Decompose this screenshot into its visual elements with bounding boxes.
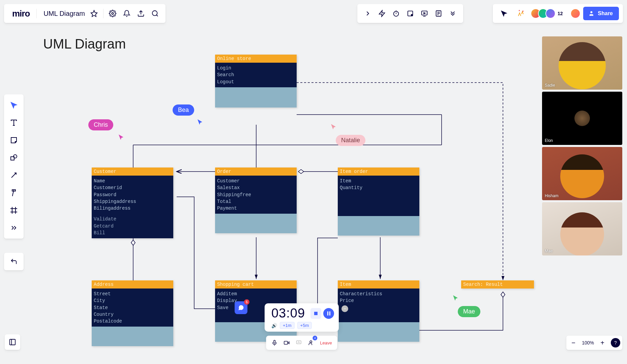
chevron-right-icon[interactable] <box>361 6 375 21</box>
reactions-icon[interactable] <box>514 6 528 21</box>
board-title[interactable]: UML Diagram <box>39 10 87 18</box>
chat-button[interactable]: 6 <box>235 301 247 314</box>
uml-class-title: Item order <box>338 168 419 176</box>
mic-icon[interactable] <box>269 338 279 348</box>
more-tools-icon[interactable] <box>4 219 24 237</box>
topbar-apps <box>357 4 463 23</box>
uml-class-title: Customer <box>92 168 173 176</box>
shape-tool[interactable] <box>4 149 24 166</box>
cursor-label-chris: Chris <box>88 119 113 130</box>
zoom-out-button[interactable]: − <box>568 338 578 348</box>
chat-count: 6 <box>244 299 249 305</box>
canvas-title[interactable]: UML Diagram <box>43 36 126 52</box>
bolt-icon[interactable] <box>375 6 389 21</box>
panel-toggle-button[interactable] <box>5 334 20 350</box>
svg-marker-9 <box>131 240 135 245</box>
timer-icon[interactable] <box>389 6 403 21</box>
line-tool[interactable] <box>4 166 24 184</box>
uml-class-item[interactable]: Item CharacteristicsPrice <box>338 280 419 342</box>
uml-class-title: Item <box>338 280 419 289</box>
settings-icon[interactable] <box>106 6 120 21</box>
uml-class-title: Order <box>215 168 297 176</box>
timer-time: 03:09 <box>271 306 305 321</box>
avatar[interactable] <box>545 8 556 19</box>
svg-rect-44 <box>284 341 288 344</box>
collaborator-avatars[interactable]: 12 <box>531 8 564 19</box>
star-icon[interactable] <box>87 6 101 21</box>
share-button[interactable]: Share <box>583 7 619 20</box>
uml-class-methods <box>215 214 297 233</box>
uml-class-search-result[interactable]: Search: Result <box>461 280 534 289</box>
uml-class-methods <box>338 216 419 236</box>
avatar-me[interactable] <box>570 8 580 19</box>
camera-icon[interactable] <box>281 338 292 348</box>
note-icon[interactable] <box>431 6 446 21</box>
participants-count: 4 <box>312 336 317 340</box>
leave-button[interactable]: Leave <box>318 340 334 345</box>
uml-class-title: Address <box>92 280 173 289</box>
timer-close-icon[interactable]: － <box>341 305 348 312</box>
svg-marker-24 <box>424 12 425 14</box>
zoom-value[interactable]: 100% <box>580 340 596 345</box>
frame-tool[interactable] <box>4 202 24 219</box>
undo-button[interactable] <box>4 253 24 270</box>
cursor-pointer-icon <box>330 123 338 131</box>
uml-class-address[interactable]: Address StreetCityStateCountryPostalcode <box>92 280 173 346</box>
pen-tool[interactable] <box>4 184 24 202</box>
timer-pause-button[interactable] <box>323 308 334 319</box>
zoom-panel: − 100% + ? <box>566 336 622 350</box>
svg-marker-7 <box>298 170 304 174</box>
participants-icon[interactable]: 4 <box>306 338 316 348</box>
uml-class-attrs: CharacteristicsPrice <box>338 289 419 322</box>
uml-class-customer[interactable]: Customer NameCustomeridPasswordShippinga… <box>92 168 173 238</box>
timer-add-1m[interactable]: +1m <box>280 322 295 329</box>
select-tool[interactable] <box>4 96 24 114</box>
zoom-in-button[interactable]: + <box>597 338 607 348</box>
more-apps-icon[interactable] <box>446 6 460 21</box>
video-tile[interactable]: Mae <box>542 202 622 255</box>
timer-stop-button[interactable] <box>310 308 321 319</box>
video-name: Elon <box>545 138 553 143</box>
uml-class-methods <box>92 327 173 346</box>
sticky-tool[interactable] <box>4 131 24 149</box>
uml-class-title: Online store <box>215 55 297 63</box>
separator <box>36 9 37 18</box>
svg-point-13 <box>112 12 114 14</box>
text-tool[interactable] <box>4 114 24 131</box>
uml-class-online-store[interactable]: Online store LoginSearchLogout <box>215 55 297 108</box>
cursor-pointer-icon <box>117 133 125 141</box>
help-button[interactable]: ? <box>611 338 620 347</box>
svg-rect-46 <box>297 341 301 344</box>
volume-icon[interactable]: 🔊 <box>271 323 277 328</box>
uml-class-attrs: ItemQuantity <box>338 176 419 216</box>
share-label: Share <box>598 10 613 17</box>
video-tile[interactable]: Elon <box>542 92 622 145</box>
export-icon[interactable] <box>134 6 148 21</box>
screenshare-icon[interactable] <box>294 338 304 348</box>
cursor-label-mae: Mae <box>458 306 480 317</box>
cursor-pointer-icon <box>452 294 460 302</box>
uml-class-methods <box>338 322 419 342</box>
app-logo[interactable]: miro <box>7 8 34 19</box>
uml-class-order[interactable]: Order CustomerSalestaxShippingfreeTotalP… <box>215 168 297 233</box>
timer-panel[interactable]: － 03:09 🔊 +1m +5m <box>265 303 339 332</box>
timer-add-5m[interactable]: +5m <box>297 322 312 329</box>
frame-icon[interactable] <box>403 6 417 21</box>
uml-class-attrs: CustomerSalestaxShippingfreeTotalPayment <box>215 176 297 214</box>
search-icon[interactable] <box>148 6 162 21</box>
uml-class-attrs: NameCustomeridPasswordShippingaddressBil… <box>92 176 173 214</box>
uml-class-item-order[interactable]: Item order ItemQuantity <box>338 168 419 236</box>
present-icon[interactable] <box>417 6 431 21</box>
cursor-tool-icon[interactable] <box>497 6 511 21</box>
cursor-label-bea: Bea <box>173 104 194 116</box>
video-tile[interactable]: Hisham <box>542 147 622 200</box>
bell-icon[interactable] <box>120 6 134 21</box>
uml-class-title: Shopping cart <box>215 280 297 289</box>
topbar-left: miro UML Diagram <box>4 4 166 23</box>
video-name: Mae <box>545 249 553 253</box>
avatar-extra-count[interactable]: 12 <box>556 11 564 16</box>
video-tile[interactable]: Sadie <box>542 36 622 90</box>
cursor-label-natalie: Natalie <box>336 135 365 146</box>
uml-class-attrs: StreetCityStateCountryPostalcode <box>92 289 173 327</box>
svg-point-30 <box>590 11 592 13</box>
